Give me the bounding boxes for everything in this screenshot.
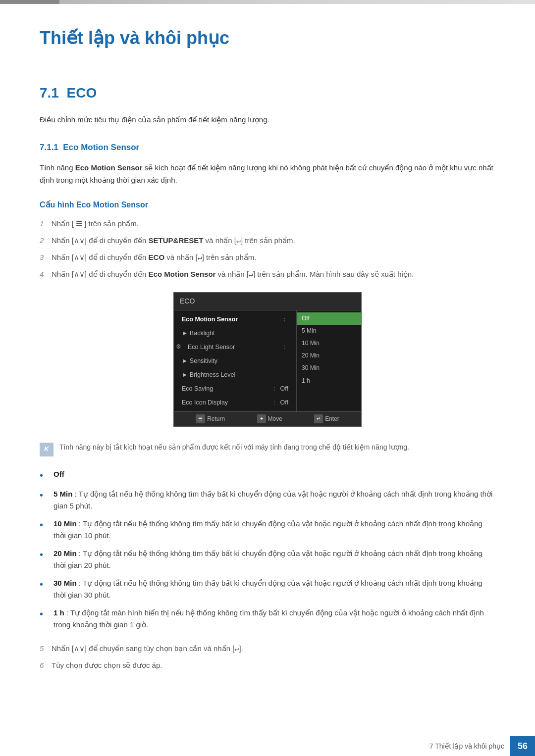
option-30min: 30 Min [297, 362, 361, 374]
option-20min: 20 Min [297, 350, 361, 362]
step-4: 4 Nhấn [∧∨] để di chuyển đến Eco Motion … [40, 268, 495, 280]
eco-menu-footer: ☰ Return ✦ Move ↵ Enter [174, 411, 361, 426]
eco-menu-header: ECO [174, 293, 361, 310]
step-5: 5 Nhấn [∧∨] để chuyển sang tùy chọn bạn … [40, 643, 495, 655]
step-3: 3 Nhấn [∧∨] để di chuyển đến ECO và nhấn… [40, 252, 495, 263]
note-icon: K [40, 443, 54, 456]
step-1: 1 Nhấn [ ☰ ] trên sản phẩm. [40, 218, 495, 230]
bullet-dot: • [40, 468, 50, 482]
bullet-dot: • [40, 488, 50, 502]
steps-5-6: 5 Nhấn [∧∨] để chuyển sang tùy chọn bạn … [40, 643, 495, 671]
top-decorative-bar [0, 0, 535, 4]
step-6: 6 Tùy chọn được chọn sẽ được áp. [40, 659, 495, 671]
option-off: Off [297, 312, 361, 325]
note-box: K Tính năng này bị tắt kích hoạt nếu sản… [40, 442, 495, 456]
section-heading: 7.1 ECO [40, 82, 495, 104]
subsection-heading: 7.1.1 Eco Motion Sensor [40, 141, 495, 154]
eco-menu: ECO Eco Motion Sensor : ► Backlight ⚙ Ec… [173, 292, 362, 427]
bullet-dot: • [40, 518, 50, 532]
option-10min: 10 Min [297, 337, 361, 350]
footer-section-text: 7 Thiết lập và khôi phục [429, 736, 510, 756]
bullet-dot: • [40, 577, 50, 591]
option-5min: 5 Min [297, 325, 361, 337]
footer-enter: ↵ Enter [314, 414, 339, 424]
bullet-list: • Off • 5 Min : Tự động tắt nếu hệ thống… [40, 468, 495, 631]
page-footer: 7 Thiết lập và khôi phục 56 [0, 736, 535, 756]
eco-menu-item-eco-icon-display: Eco Icon Display : Off [174, 396, 296, 409]
bullet-1h: • 1 h : Tự động tắt màn hình hiển thị nế… [40, 607, 495, 631]
eco-menu-item-eco-saving: Eco Saving : Off [174, 382, 296, 396]
page-title: Thiết lập và khôi phục [40, 24, 495, 57]
eco-menu-left: Eco Motion Sensor : ► Backlight ⚙ Eco Li… [174, 310, 297, 411]
bullet-20min: • 20 Min : Tự động tắt nếu hệ thống khôn… [40, 548, 495, 571]
return-icon: ☰ [196, 414, 205, 423]
note-text: Tính năng này bị tắt kích hoạt nếu sản p… [59, 442, 409, 453]
subsection-text: Tính năng Eco Motion Sensor sẽ kích hoạt… [40, 161, 495, 187]
eco-menu-item-brightness-level: ► Brightness Level [174, 368, 296, 382]
bullet-5min: • 5 Min : Tự động tắt nếu hệ thống không… [40, 488, 495, 512]
intro-text: Điều chỉnh mức tiêu thụ điện của sản phẩ… [40, 114, 495, 126]
bullet-10min: • 10 Min : Tự động tắt nếu hệ thống khôn… [40, 518, 495, 542]
eco-menu-options: Off 5 Min 10 Min 20 Min 30 Min 1 h [297, 310, 361, 411]
config-heading: Cấu hình Eco Motion Sensor [40, 199, 495, 211]
bullet-dot: • [40, 548, 50, 561]
footer-return: ☰ Return [196, 414, 225, 424]
option-1h: 1 h [297, 375, 361, 387]
bullet-off: • Off [40, 468, 495, 482]
steps-list: 1 Nhấn [ ☰ ] trên sản phẩm. 2 Nhấn [∧∨] … [40, 218, 495, 280]
enter-icon: ↵ [314, 414, 323, 423]
footer-move: ✦ Move [257, 414, 282, 424]
step-2: 2 Nhấn [∧∨] để di chuyển đến SETUP&RESET… [40, 235, 495, 247]
eco-menu-item-light-sensor: ⚙ Eco Light Sensor : [174, 340, 296, 354]
eco-menu-item-backlight: ► Backlight [174, 326, 296, 340]
footer-page-number: 56 [510, 736, 535, 756]
eco-menu-screenshot: ECO Eco Motion Sensor : ► Backlight ⚙ Ec… [40, 292, 495, 427]
bullet-dot: • [40, 607, 50, 621]
gear-icon: ⚙ [176, 342, 181, 352]
eco-menu-item-motion-sensor: Eco Motion Sensor : [174, 312, 296, 326]
eco-menu-item-sensitivity: ► Sensitivity [174, 354, 296, 368]
eco-menu-body: Eco Motion Sensor : ► Backlight ⚙ Eco Li… [174, 310, 361, 411]
bullet-30min: • 30 Min : Tự động tắt nếu hệ thống khôn… [40, 577, 495, 601]
move-icon: ✦ [257, 414, 266, 423]
